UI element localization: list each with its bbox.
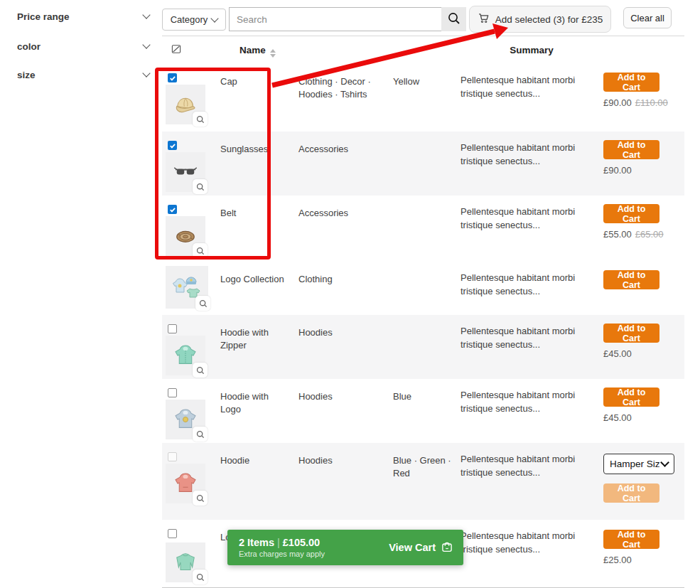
product-image[interactable]: [166, 266, 208, 309]
category-dropdown[interactable]: Category: [162, 9, 226, 31]
add-to-cart-button[interactable]: Add to Cart: [603, 140, 659, 159]
product-image[interactable]: [166, 542, 205, 582]
product-image[interactable]: [166, 400, 205, 439]
chevron-down-icon: [142, 11, 150, 18]
row-checkbox[interactable]: [168, 324, 177, 333]
search-input[interactable]: [229, 7, 441, 31]
filter-size[interactable]: size: [17, 67, 149, 82]
view-cart-button[interactable]: View Cart: [389, 540, 453, 555]
cart-toast-summary: 2 Items|£105.00: [239, 537, 325, 548]
product-image[interactable]: [166, 85, 205, 124]
table-row: Sunglasses Accessories Pellentesque habi…: [162, 132, 684, 196]
product-categories: Hoodies: [298, 390, 373, 403]
add-to-cart-button-disabled[interactable]: Add to Cart: [603, 483, 659, 503]
add-to-cart-button[interactable]: Add to Cart: [603, 387, 659, 407]
table-row: Logo Collection Clothing Pellentesque ha…: [162, 262, 684, 316]
cart-toast-info: 2 Items|£105.00 Extra charges may apply: [239, 537, 325, 558]
cart-toast-subtext: Extra charges may apply: [239, 550, 325, 558]
magnifier-icon[interactable]: [193, 112, 208, 127]
row-checkbox[interactable]: [168, 388, 177, 397]
product-summary: Pellentesque habitant morbi tristique se…: [461, 453, 596, 480]
table-top-divider: [162, 36, 684, 36]
product-summary: Pellentesque habitant morbi tristique se…: [461, 141, 596, 169]
row-checkbox[interactable]: [168, 452, 177, 461]
product-price: £55.00£65.00: [603, 229, 664, 240]
magnifier-icon[interactable]: [193, 179, 208, 194]
product-price: £90.00£110.00: [603, 97, 668, 108]
magnifier-icon[interactable]: [193, 491, 208, 506]
product-colors: Blue: [393, 390, 457, 403]
magnifier-icon[interactable]: [193, 427, 208, 442]
product-summary: Pellentesque habitant morbi tristique se…: [461, 530, 596, 557]
product-categories: Accessories: [298, 143, 373, 156]
filter-size-label: size: [17, 70, 36, 80]
cart-toast: 2 Items|£105.00 Extra charges may apply …: [227, 530, 463, 565]
row-checkbox[interactable]: [168, 529, 177, 538]
search-icon: [448, 12, 461, 27]
product-name[interactable]: Logo Collection: [220, 273, 288, 286]
magnifier-icon[interactable]: [193, 243, 208, 258]
row-checkbox[interactable]: [168, 73, 177, 82]
product-summary: Pellentesque habitant morbi tristique se…: [461, 272, 596, 299]
product-summary: Pellentesque habitant morbi tristique se…: [461, 325, 596, 352]
product-categories: Clothing: [298, 273, 373, 286]
product-name[interactable]: Hoodie: [220, 454, 288, 467]
add-to-cart-button[interactable]: Add to Cart: [603, 204, 659, 223]
product-colors: Yellow: [393, 75, 457, 88]
product-categories: Hoodies: [298, 454, 373, 467]
chevron-down-icon: [211, 14, 219, 22]
column-header-name[interactable]: Name: [239, 45, 276, 58]
product-image[interactable]: [166, 152, 205, 192]
add-selected-button[interactable]: Add selected (3) for £235: [469, 6, 611, 33]
row-checkbox[interactable]: [168, 205, 177, 214]
product-image[interactable]: [166, 216, 205, 256]
old-price: £110.00: [635, 97, 668, 108]
product-image[interactable]: [166, 336, 205, 375]
table-row: Hoodie with Zipper Hoodies Pellentesque …: [162, 315, 684, 380]
product-summary: Pellentesque habitant morbi tristique se…: [461, 205, 596, 232]
filter-color-label: color: [17, 41, 41, 52]
table-row: Hoodie Hoodies Blue · Green · Red Pellen…: [162, 443, 684, 520]
magnifier-icon[interactable]: [195, 296, 210, 311]
product-image[interactable]: [166, 464, 205, 503]
product-price: £45.00: [603, 348, 635, 359]
product-categories: Accessories: [298, 207, 373, 220]
product-categories: Hoodies: [298, 326, 373, 339]
clear-all-button[interactable]: Clear all: [623, 7, 672, 28]
table-row: Cap Clothing · Decor · Hoodies · Tshirts…: [162, 64, 684, 132]
product-name[interactable]: Cap: [220, 75, 288, 88]
product-name[interactable]: Sunglasses: [220, 143, 288, 156]
row-checkbox[interactable]: [168, 141, 177, 150]
magnifier-icon[interactable]: [193, 570, 208, 584]
filter-price-range-label: Price range: [17, 11, 70, 22]
add-to-cart-button[interactable]: Add to Cart: [603, 530, 659, 549]
add-selected-label: Add selected (3) for £235: [495, 14, 603, 25]
product-price: £90.00: [603, 165, 635, 176]
add-to-cart-button[interactable]: Add to Cart: [603, 324, 659, 343]
filter-price-range[interactable]: Price range: [17, 9, 149, 24]
table-row: Hoodie with Logo Hoodies Blue Pellentesq…: [162, 379, 684, 444]
product-price: £45.00: [603, 412, 635, 423]
image-icon: [171, 43, 182, 57]
shopping-bag-icon: [441, 540, 453, 555]
product-summary: Pellentesque habitant morbi tristique se…: [461, 389, 596, 416]
filter-color[interactable]: color: [17, 38, 149, 54]
search-button[interactable]: [441, 7, 466, 31]
variant-select-value: Hamper Siz: [610, 459, 660, 469]
view-cart-label: View Cart: [389, 542, 436, 553]
column-header-summary: Summary: [461, 45, 603, 55]
product-name[interactable]: Belt: [220, 207, 288, 220]
category-dropdown-label: Category: [171, 14, 208, 25]
add-to-cart-button[interactable]: Add to Cart: [603, 270, 659, 289]
old-price: £65.00: [635, 229, 664, 240]
variant-select[interactable]: Hamper Siz: [603, 454, 674, 474]
chevron-down-icon: [660, 458, 669, 467]
add-to-cart-button[interactable]: Add to Cart: [603, 73, 659, 92]
magnifier-icon[interactable]: [193, 363, 208, 378]
sort-icon: [270, 49, 276, 58]
product-summary: Pellentesque habitant morbi tristique se…: [461, 74, 596, 101]
chevron-down-icon: [142, 69, 150, 77]
product-name[interactable]: Hoodie with Logo: [220, 390, 288, 416]
product-name[interactable]: Hoodie with Zipper: [220, 326, 288, 352]
clear-all-label: Clear all: [630, 13, 664, 23]
